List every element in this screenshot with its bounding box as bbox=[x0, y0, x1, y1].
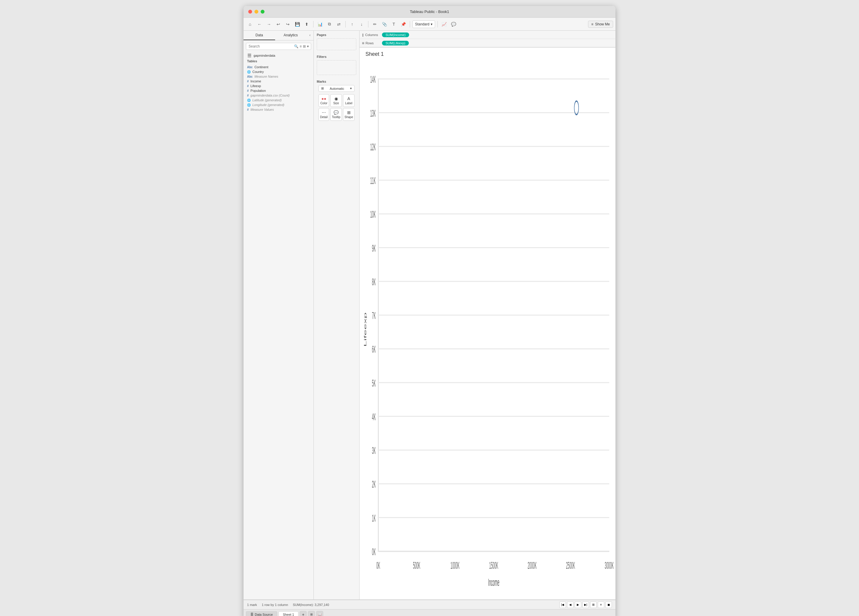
x-tick-2500k: 2500K bbox=[566, 560, 575, 571]
marks-buttons-grid: ●● Color ◉ Size A Label bbox=[319, 94, 355, 121]
marks-detail-button[interactable]: ⋯ Detail bbox=[319, 108, 329, 121]
marks-type-dropdown[interactable]: ⊞ Automatic ▾ bbox=[319, 85, 355, 92]
pin-button[interactable]: 📌 bbox=[399, 20, 408, 28]
y-tick-1k: 1K bbox=[372, 513, 376, 523]
paperclip-button[interactable]: 📎 bbox=[380, 20, 389, 28]
marks-type-chevron: ▾ bbox=[350, 86, 352, 91]
x-tick-500k: 500K bbox=[413, 560, 420, 571]
field-measure-names[interactable]: Abc Measure Names bbox=[244, 74, 314, 79]
standard-dropdown[interactable]: Standard ▾ bbox=[412, 20, 435, 28]
right-area: ⫿ Columns SUM(Income) ≡ Rows SUM(Lifeexp… bbox=[359, 31, 615, 599]
x-tick-1000k: 1000K bbox=[450, 560, 459, 571]
marks-shape-button[interactable]: ⊞ Shape bbox=[343, 108, 355, 121]
columns-pill[interactable]: SUM(Income) bbox=[382, 33, 409, 37]
y-axis-label: Lifeexp bbox=[363, 313, 367, 347]
marks-tooltip-button[interactable]: 💬 Tooltip bbox=[330, 108, 342, 121]
field-icon-count: # bbox=[247, 94, 249, 97]
filter-icon[interactable]: ≡ bbox=[300, 44, 302, 48]
chart-type-button[interactable]: 📈 bbox=[440, 20, 448, 28]
pages-section: Pages bbox=[314, 31, 359, 53]
panel-tabs: Data Analytics ‹ bbox=[244, 31, 314, 41]
label-label: Label bbox=[345, 102, 352, 105]
back-button[interactable]: ← bbox=[255, 20, 264, 28]
first-page-button[interactable]: |◀ bbox=[559, 602, 566, 608]
window-title: Tableau Public - Book1 bbox=[410, 9, 449, 14]
home-button[interactable]: ⌂ bbox=[246, 20, 254, 28]
y-tick-0k: 0K bbox=[372, 546, 376, 557]
field-continent[interactable]: Abc Continent bbox=[244, 65, 314, 69]
field-population[interactable]: # Population bbox=[244, 88, 314, 93]
grid-view-button[interactable]: ⊞ bbox=[590, 602, 597, 608]
forward-button[interactable]: → bbox=[265, 20, 273, 28]
redo-button[interactable]: ↪ bbox=[284, 20, 292, 28]
sort-desc-button[interactable]: ↓ bbox=[358, 20, 366, 28]
label-icon: A bbox=[347, 96, 350, 101]
field-income[interactable]: # Income bbox=[244, 79, 314, 84]
minimize-button[interactable] bbox=[255, 10, 258, 14]
field-measure-values[interactable]: # Measure Values bbox=[244, 107, 314, 112]
sep4 bbox=[410, 21, 410, 27]
marks-type-icon: ⊞ bbox=[321, 86, 324, 91]
text-button[interactable]: T bbox=[390, 20, 398, 28]
save-button[interactable]: 💾 bbox=[293, 20, 301, 28]
list-view-button[interactable]: ≡ bbox=[598, 602, 604, 608]
chart-svg-container: Lifeexp 0K 1K 2K 3K bbox=[359, 59, 615, 599]
field-icon-longitude: 🌐 bbox=[247, 103, 251, 106]
panel-close-button[interactable]: ‹ bbox=[306, 31, 314, 40]
datasource-item[interactable]: gapminderdata bbox=[244, 52, 314, 59]
field-longitude[interactable]: 🌐 Longitude (generated) bbox=[244, 102, 314, 107]
undo-button[interactable]: ↩ bbox=[274, 20, 283, 28]
marks-color-button[interactable]: ●● Color bbox=[319, 94, 329, 107]
show-me-icon: ≡ bbox=[591, 22, 593, 26]
chart-svg: Lifeexp 0K 1K 2K 3K bbox=[359, 59, 615, 599]
toolbar: ⌂ ← → ↩ ↪ 💾 ⬆ 📊 ⧉ ⇄ ↑ ↓ ✏ 📎 T 📌 Standard… bbox=[244, 18, 615, 31]
pen-button[interactable]: ✏ bbox=[371, 20, 379, 28]
sheet1-tab[interactable]: Sheet 1 bbox=[278, 611, 298, 616]
y-tick-2k: 2K bbox=[372, 479, 376, 489]
last-page-button[interactable]: ▶| bbox=[583, 602, 589, 608]
field-lifeexp[interactable]: # Lifeexp bbox=[244, 84, 314, 88]
maximize-button[interactable] bbox=[261, 10, 264, 14]
search-input[interactable] bbox=[248, 44, 293, 48]
sort-asc-button[interactable]: ↑ bbox=[348, 20, 356, 28]
tooltip-button[interactable]: 💬 bbox=[450, 20, 458, 28]
status-marks: 1 mark bbox=[247, 603, 257, 607]
rows-pill[interactable]: SUM(Lifeexp) bbox=[382, 41, 409, 45]
field-country[interactable]: 🌐 Country bbox=[244, 69, 314, 74]
next-page-button[interactable]: ▶ bbox=[575, 602, 581, 608]
close-button[interactable] bbox=[248, 10, 252, 14]
y-tick-5k: 5K bbox=[372, 378, 376, 388]
bottom-area: 1 mark 1 row by 1 column SUM(Income): 3,… bbox=[244, 599, 615, 616]
tab-data[interactable]: Data bbox=[244, 31, 275, 40]
prev-page-button[interactable]: ◀ bbox=[567, 602, 573, 608]
detail-label: Detail bbox=[320, 116, 328, 119]
view-toggle-icon[interactable]: ⊞ bbox=[303, 44, 306, 48]
detail-icon: ⋯ bbox=[322, 110, 326, 115]
y-tick-13k: 13K bbox=[370, 108, 376, 119]
data-source-tab-label: Data Source bbox=[255, 613, 273, 616]
add-sheet-button[interactable]: + bbox=[300, 611, 307, 616]
sep5 bbox=[437, 21, 438, 27]
detail-view-button[interactable]: ◼ bbox=[606, 602, 612, 608]
publish-button[interactable]: ⬆ bbox=[303, 20, 311, 28]
tab-analytics[interactable]: Analytics bbox=[275, 31, 307, 40]
field-latitude[interactable]: 🌐 Latitude (generated) bbox=[244, 98, 314, 102]
x-tick-1500k: 1500K bbox=[489, 560, 498, 571]
data-source-tab[interactable]: 🗄 Data Source bbox=[246, 611, 277, 616]
x-tick-2000k: 2000K bbox=[528, 560, 537, 571]
filter-icons: ≡ ⊞ ▾ bbox=[300, 44, 309, 48]
marks-size-button[interactable]: ◉ Size bbox=[330, 94, 342, 107]
marks-label-button[interactable]: A Label bbox=[343, 94, 355, 107]
svg-rect-1 bbox=[248, 55, 251, 56]
duplicate-button[interactable]: ⧉ bbox=[325, 20, 334, 28]
add-dashboard-button[interactable]: ⊞ bbox=[308, 611, 315, 616]
y-tick-6k: 6K bbox=[372, 344, 376, 355]
middle-panel: Pages Filters Marks ⊞ Automatic ▾ bbox=[314, 31, 359, 599]
add-story-button[interactable]: 📖 bbox=[316, 611, 323, 616]
show-me-button[interactable]: ≡ Show Me bbox=[588, 21, 613, 28]
y-tick-3k: 3K bbox=[372, 445, 376, 456]
field-count[interactable]: # gapminderdata.csv (Count) bbox=[244, 93, 314, 98]
dropdown-icon[interactable]: ▾ bbox=[307, 44, 309, 48]
swap-button[interactable]: ⇄ bbox=[335, 20, 343, 28]
new-sheet-button[interactable]: 📊 bbox=[316, 20, 324, 28]
